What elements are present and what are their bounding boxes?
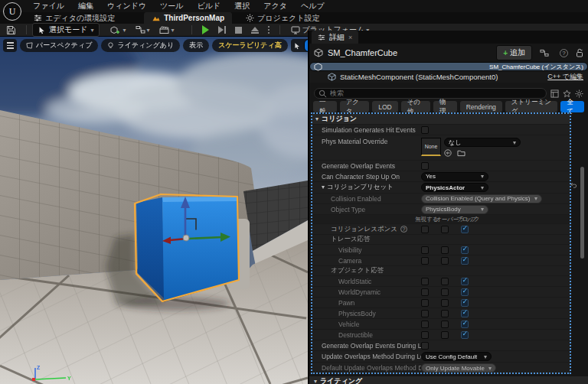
checkbox-ignore[interactable] [421,331,429,339]
checkbox-overlap[interactable] [441,310,449,317]
gizmo-x-axis[interactable] [170,239,182,241]
details-tab[interactable]: 詳細 × [312,31,358,44]
property-label: Collision Enabled [312,195,421,203]
lock-icon[interactable] [576,48,583,57]
help-question-icon[interactable]: ? [400,226,407,233]
checkbox-overlap[interactable] [441,226,449,233]
scalability-badge[interactable]: スケーラビリティ高 [212,39,287,52]
selection-mode-dropdown[interactable]: 選択モード ▾ [32,23,100,37]
project-settings-tab[interactable]: プロジェクト設定 [238,12,327,24]
cpp-edit-link[interactable]: C++ で編集 [547,72,583,82]
play-button[interactable] [202,25,209,34]
menu-tools[interactable]: ツール [153,0,190,13]
default-update-overlaps-dropdown[interactable]: Only Update Movable▾ [421,363,496,373]
checkbox-block[interactable] [461,246,469,254]
view-mode-dropdown[interactable]: ライティングあり [101,39,180,52]
menu-window[interactable]: ウィンドウ [100,0,153,13]
unreal-logo-icon[interactable]: U [3,2,21,21]
checkbox-overlap[interactable] [441,257,449,265]
play-options-button[interactable] [268,26,270,34]
filter-physics[interactable]: 物理 [433,101,457,112]
checkbox-overlap[interactable] [441,321,449,328]
menu-edit[interactable]: 編集 [71,0,100,13]
checkbox[interactable] [421,342,429,350]
editor-preferences-tab[interactable]: エディタの環境設定 [26,12,122,24]
checkbox-block[interactable] [461,299,469,307]
checkbox-ignore[interactable] [421,321,429,328]
filter-streaming[interactable]: ストリーミング [505,101,557,112]
instance-row[interactable]: SM_ChamferCube (インスタンス) [309,62,588,71]
checkbox-ignore[interactable] [421,299,429,307]
save-icon [6,25,16,35]
move-tool-button[interactable] [304,39,308,52]
filter-misc[interactable]: その他 [401,101,430,112]
viewport-options-button[interactable] [3,39,17,52]
level-viewport[interactable]: Z Y パースペクティブ ライティングあり 表示 スケーラビリティ高 [0,37,308,384]
menu-build[interactable]: ビルド [191,0,228,13]
collision-enabled-dropdown[interactable]: Collision Enabled (Query and Physics)▾ [421,194,542,203]
collision-preset-dropdown[interactable]: PhysicsActor▾ [421,183,488,192]
checkbox-ignore[interactable] [421,246,429,254]
menu-select[interactable]: 選択 [227,0,256,13]
cinematics-button[interactable]: ▾ [159,25,175,34]
checkbox-block[interactable] [461,331,469,339]
filter-lod[interactable]: LOD [372,101,397,112]
close-tab-icon[interactable]: × [348,34,352,41]
collision-category-header[interactable]: ▾コリジョン [312,114,570,124]
checkbox-ignore[interactable] [421,226,429,233]
checkbox-overlap[interactable] [441,246,449,254]
checkbox-block[interactable] [461,226,469,233]
use-selected-asset-icon[interactable] [444,149,452,157]
filter-rendering[interactable]: Rendering [460,101,502,112]
display-filter-icon[interactable] [550,89,559,98]
eject-button[interactable] [251,27,259,34]
checkbox-ignore[interactable] [421,257,429,265]
details-scrollbar[interactable] [580,167,584,259]
object-type-dropdown[interactable]: PhysicsBody▾ [421,205,488,214]
update-overlaps-dropdown[interactable]: Use Config Default▾ [421,352,492,361]
checkbox-overlap[interactable] [441,278,449,285]
blueprints-button[interactable]: ▾ [136,25,150,34]
asset-dropdown[interactable]: なし▾ [444,138,521,147]
checkbox-ignore[interactable] [421,288,429,296]
checkbox-ignore[interactable] [421,310,429,317]
lighting-category-header[interactable]: ▾ライティング [309,376,588,384]
checkbox-block[interactable] [461,321,469,328]
checkbox-overlap[interactable] [441,331,449,339]
show-dropdown[interactable]: 表示 [183,39,209,52]
gizmo-center[interactable] [183,235,189,241]
filter-actor[interactable]: アクタ [340,101,370,112]
checkbox-block[interactable] [461,257,469,265]
checkbox[interactable] [421,162,429,170]
blueprint-convert-icon[interactable] [540,49,549,57]
settings-icon[interactable] [575,89,583,98]
save-button[interactable] [6,25,16,35]
map-tab[interactable]: ThirdPersonMap [144,12,232,24]
checkbox-block[interactable] [461,278,469,285]
select-tool-button[interactable] [291,39,304,52]
add-actor-button[interactable]: ▾ [110,25,126,35]
menu-actor[interactable]: アクタ [256,0,294,13]
help-icon[interactable]: ? [557,49,568,57]
checkbox[interactable] [421,126,429,134]
asset-thumbnail[interactable]: None [421,138,441,156]
component-row[interactable]: StaticMeshComponent (StaticMeshComponent… [309,71,588,83]
step-up-dropdown[interactable]: Yes▾ [421,172,488,181]
menu-file[interactable]: ファイル [26,0,71,13]
add-cube-icon [110,25,121,35]
reset-to-default-icon[interactable] [570,181,577,188]
favorites-icon[interactable] [563,89,571,98]
checkbox-block[interactable] [461,288,469,296]
frame-skip-button[interactable] [218,26,226,34]
perspective-dropdown[interactable]: パースペクティブ [20,39,98,52]
filter-all[interactable]: 全て [560,101,584,112]
checkbox-ignore[interactable] [421,278,429,285]
add-component-button[interactable]: +追加 [496,45,532,60]
filter-general[interactable]: 一般 [313,101,337,112]
checkbox-block[interactable] [461,310,469,317]
stop-button[interactable] [235,27,242,34]
browse-asset-icon[interactable] [457,149,466,157]
checkbox-overlap[interactable] [441,288,449,296]
checkbox-overlap[interactable] [441,299,449,307]
menu-help[interactable]: ヘルプ [294,0,332,13]
